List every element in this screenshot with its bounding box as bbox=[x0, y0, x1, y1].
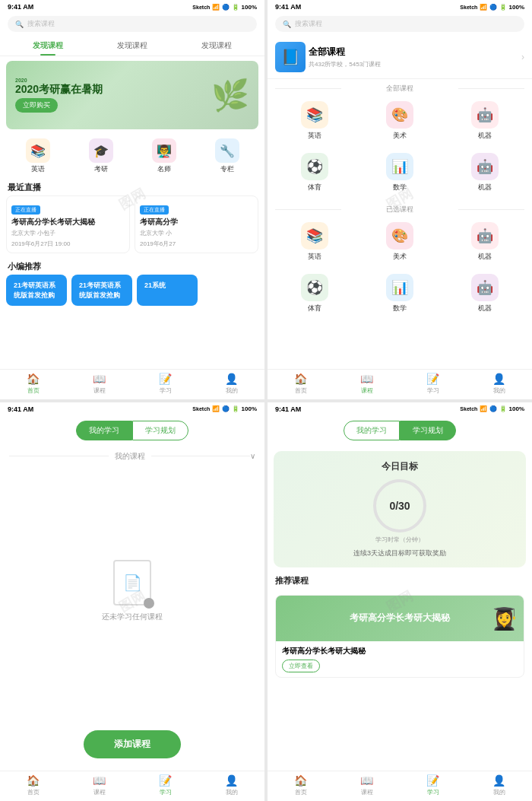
progress-label: 学习时常（分钟） bbox=[375, 536, 424, 544]
wifi-icon-3: 📶 bbox=[212, 405, 220, 412]
nav-study-1[interactable]: 📝 学习 bbox=[132, 373, 198, 395]
home-icon-4: 🏠 bbox=[294, 774, 307, 787]
search-icon-2: 🔍 bbox=[283, 21, 291, 28]
learn-tab-plan-4[interactable]: 学习规划 bbox=[400, 421, 456, 440]
battery-icon-2: 🔋 100% bbox=[499, 4, 524, 11]
rec-course-button[interactable]: 立即查看 bbox=[282, 660, 320, 672]
add-course-button[interactable]: 添加课程 bbox=[84, 730, 181, 758]
course-icon-2: 📖 bbox=[360, 373, 373, 385]
nav-course-1[interactable]: 📖 课程 bbox=[66, 373, 132, 395]
cat-english[interactable]: 📚 英语 bbox=[26, 138, 50, 174]
nav-course-4[interactable]: 📖 课程 bbox=[334, 774, 400, 796]
search-placeholder-2: 搜索课程 bbox=[295, 19, 322, 29]
nav-mine-1[interactable]: 👤 我的 bbox=[198, 373, 264, 395]
course-cell-all-0[interactable]: 📚 英语 bbox=[274, 97, 356, 145]
search-bar-1[interactable]: 🔍 搜索课程 bbox=[0, 12, 264, 36]
course-name-sel-1: 美术 bbox=[393, 252, 407, 262]
search-bar-2[interactable]: 🔍 搜索课程 bbox=[268, 12, 532, 36]
study-icon-2: 📝 bbox=[426, 373, 439, 385]
rec-course-item[interactable]: 考研高分学长考研大揭秘 👩‍🎓 考研高分学长考研大揭秘 立即查看 bbox=[268, 589, 532, 684]
tab1-1[interactable]: 发现课程 bbox=[6, 36, 90, 56]
learn-tab-my-4[interactable]: 我的学习 bbox=[344, 421, 400, 440]
course-cell-sel-4[interactable]: 📊 数学 bbox=[359, 269, 441, 318]
course-cell-all-3[interactable]: ⚽ 体育 bbox=[274, 148, 356, 197]
all-course-header[interactable]: 📘 全部课程 共432所学校，5453门课程 › bbox=[268, 36, 532, 79]
course-cell-sel-1[interactable]: 🎨 美术 bbox=[359, 218, 441, 266]
tab1-3[interactable]: 发现课程 bbox=[174, 36, 258, 56]
nav-study-3[interactable]: 📝 学习 bbox=[132, 774, 198, 796]
nav-label-mine-2: 我的 bbox=[493, 386, 505, 395]
live-meta-1: 北京大学 小包子 bbox=[11, 229, 125, 237]
live-date-1: 2019年6月27日 19:00 bbox=[11, 240, 125, 248]
nav-home-2[interactable]: 🏠 首页 bbox=[268, 373, 334, 395]
nav-label-course-2: 课程 bbox=[361, 386, 373, 395]
course-cell-sel-3[interactable]: ⚽ 体育 bbox=[274, 269, 356, 318]
cat-teacher[interactable]: 👨‍🏫 名师 bbox=[152, 138, 176, 174]
recommend-row: 21考研英语系统版首发抢购 21考研英语系统版首发抢购 21系统 bbox=[0, 275, 264, 306]
nav-course-2[interactable]: 📖 课程 bbox=[334, 373, 400, 395]
course-cell-all-2[interactable]: 🤖 机器 bbox=[444, 97, 526, 145]
all-course-title: 全部课程 bbox=[309, 46, 521, 59]
nav-home-4[interactable]: 🏠 首页 bbox=[268, 774, 334, 796]
live-card-1[interactable]: 正在直播 考研高分学长考研大揭秘 北京大学 小包子 2019年6月27日 19:… bbox=[6, 195, 130, 253]
status-icons-1: Sketch 📶 🔵 🔋 100% bbox=[192, 4, 257, 11]
course-name-all-1: 美术 bbox=[393, 131, 407, 141]
rec-course-deco: 👩‍🎓 bbox=[491, 606, 518, 631]
search-icon-1: 🔍 bbox=[15, 21, 24, 28]
nav-study-2[interactable]: 📝 学习 bbox=[400, 373, 466, 395]
all-course-info: 全部课程 共432所学校，5453门课程 bbox=[309, 46, 521, 68]
course-icon-sel-1: 🎨 bbox=[386, 222, 413, 250]
nav-study-label: 学习 bbox=[160, 386, 172, 395]
nav-mine-2[interactable]: 👤 我的 bbox=[466, 373, 532, 395]
my-course-header: 我的课程 ∨ bbox=[0, 447, 264, 465]
course-cell-all-5[interactable]: 🤖 机器 bbox=[444, 148, 526, 197]
bluetooth-icon: 🔵 bbox=[222, 4, 230, 11]
nav-mine-label: 我的 bbox=[226, 386, 238, 395]
nav-mine-4[interactable]: 👤 我的 bbox=[466, 774, 532, 796]
status-icons-4: Sketch 📶 🔵 🔋 100% bbox=[460, 405, 524, 412]
learn-tab-my[interactable]: 我的学习 bbox=[76, 421, 132, 440]
sketch-label-4: Sketch bbox=[460, 406, 477, 412]
course-cell-sel-2[interactable]: 🤖 机器 bbox=[444, 218, 526, 266]
nav-label-home-4: 首页 bbox=[295, 788, 307, 796]
banner-button[interactable]: 立即购买 bbox=[15, 98, 58, 113]
learn-tab-plan[interactable]: 学习规划 bbox=[132, 421, 188, 440]
top-tabs-1: 发现课程 发现课程 发现课程 bbox=[0, 36, 264, 56]
today-goal: 今日目标 0/30 学习时常（分钟） 连续3天达成目标即可获取奖励 bbox=[274, 451, 526, 567]
nav-mine-3[interactable]: 👤 我的 bbox=[198, 774, 264, 796]
cat-research[interactable]: 🎓 考研 bbox=[89, 138, 113, 174]
nav-home-3[interactable]: 🏠 首页 bbox=[0, 774, 66, 796]
course-cell-sel-0[interactable]: 📚 英语 bbox=[274, 218, 356, 266]
chevron-right-icon: › bbox=[521, 52, 524, 62]
rec-card-3[interactable]: 21系统 bbox=[137, 275, 198, 306]
nav-study-4[interactable]: 📝 学习 bbox=[400, 774, 466, 796]
bt-icon-3: 🔵 bbox=[222, 405, 230, 412]
nav-label-study-3: 学习 bbox=[160, 788, 172, 796]
category-row: 📚 英语 🎓 考研 👨‍🏫 名师 🔧 专栏 bbox=[0, 134, 264, 179]
course-icon-all-2: 🤖 bbox=[471, 101, 499, 129]
course-cell-sel-5[interactable]: 🤖 机器 bbox=[444, 269, 526, 318]
wifi-icon-2: 📶 bbox=[480, 4, 487, 11]
course-grid-selected: 📚 英语 🎨 美术 🤖 机器 ⚽ 体育 📊 数学 🤖 机器 bbox=[268, 218, 532, 321]
screen3-learning: 图网 9:41 AM Sketch 📶 🔵 🔋 100% 我的学习 学习规划 我… bbox=[0, 402, 264, 802]
empty-state: 📄 还未学习任何课程 bbox=[0, 465, 264, 719]
live-card-2[interactable]: 正在直播 考研高分学 北京大学 小 2019年6月27 bbox=[135, 195, 258, 253]
time-3: 9:41 AM bbox=[8, 405, 33, 413]
rec-section-title: 小编推荐 bbox=[0, 258, 264, 275]
tab1-2[interactable]: 发现课程 bbox=[90, 36, 175, 56]
rec-card-2[interactable]: 21考研英语系统版首发抢购 bbox=[71, 275, 132, 306]
course-icon-sel-0: 📚 bbox=[301, 222, 328, 250]
nav-course-3[interactable]: 📖 课程 bbox=[66, 774, 132, 796]
course-cell-all-1[interactable]: 🎨 美术 bbox=[359, 97, 441, 145]
course-cell-all-4[interactable]: 📊 数学 bbox=[359, 148, 441, 197]
status-bar-4: 9:41 AM Sketch 📶 🔵 🔋 100% bbox=[268, 402, 532, 415]
empty-dot bbox=[144, 598, 154, 609]
mine-icon-2: 👤 bbox=[492, 373, 505, 385]
course-icon-sel-3: ⚽ bbox=[301, 274, 328, 301]
cat-column[interactable]: 🔧 专栏 bbox=[215, 138, 239, 174]
rec-card-1[interactable]: 21考研英语系统版首发抢购 bbox=[6, 275, 67, 306]
nav-home-1[interactable]: 🏠 首页 bbox=[0, 373, 66, 395]
course-name-sel-3: 体育 bbox=[308, 304, 321, 313]
rec-course-img-text: 考研高分学长考研大揭秘 bbox=[350, 612, 450, 625]
screen1-home: 图网 9:41 AM Sketch 📶 🔵 🔋 100% 🔍 搜索课程 发现课程… bbox=[0, 0, 264, 399]
